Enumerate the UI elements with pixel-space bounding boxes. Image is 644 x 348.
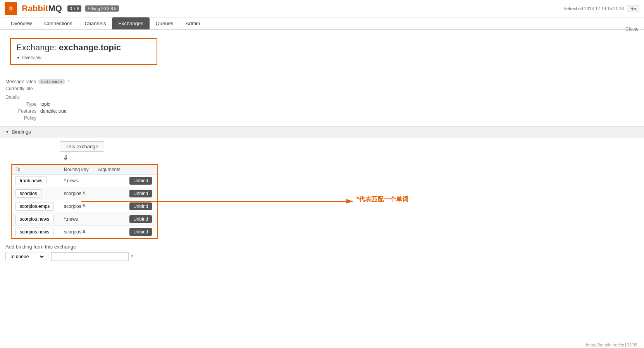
details-section: Details Type topic Features durable: tru…	[5, 94, 639, 121]
binding-action-cell: Unbind	[126, 200, 157, 213]
binding-action-cell: Unbind	[126, 187, 157, 200]
table-row: scorpios.newsscorpios.#Unbind	[12, 226, 157, 238]
binding-routing-key-cell: *.news	[60, 175, 94, 187]
main-content: Exchange: exchange.topic ▼ Overview Mess…	[0, 30, 644, 265]
currently-idle: Currently idle	[5, 86, 639, 91]
annotation-text: *代表匹配一个单词	[356, 195, 408, 204]
type-row: Type topic	[5, 101, 639, 107]
binding-action-cell: Unbind	[126, 226, 157, 238]
cluster-label: Cluste	[625, 26, 639, 32]
last-minute-badge[interactable]: last minute	[38, 79, 65, 84]
table-row: scorpiosscorpios.#Unbind	[12, 187, 157, 200]
bindings-table: To Routing key Arguments frank.news*.new…	[12, 165, 157, 238]
details-label: Details	[5, 94, 639, 100]
table-row: scorpios.empsscorpios.#Unbind	[12, 200, 157, 213]
nav-exchanges[interactable]: Exchanges	[112, 17, 149, 29]
exchange-name: exchange.topic	[59, 43, 121, 52]
nav-overview[interactable]: Overview	[5, 17, 38, 29]
binding-routing-key-cell: *.news	[60, 213, 94, 226]
col-to: To	[12, 165, 60, 175]
queue-name-button[interactable]: scorpios.news	[15, 228, 53, 236]
binding-routing-key-cell: scorpios.#	[60, 200, 94, 213]
binding-arguments-cell	[94, 200, 126, 213]
exchange-title-box: Exchange: exchange.topic ▼ Overview	[10, 38, 157, 65]
overview-toggle[interactable]: ▼ Overview	[16, 55, 151, 60]
down-arrow-icon: ⇓	[63, 153, 639, 162]
bindings-content: This exchange ⇓ To Routing key	[0, 137, 644, 240]
binding-action-cell: Unbind	[126, 213, 157, 226]
bindings-section-header[interactable]: ▼ Bindings	[0, 126, 644, 137]
queue-name-button[interactable]: frank.news	[15, 177, 46, 185]
logo-icon: h	[5, 2, 17, 15]
app-name: RabbitMQ.	[22, 3, 64, 14]
binding-routing-key-cell: scorpios.#	[60, 226, 94, 238]
queue-name-button[interactable]: scorpios.news	[15, 215, 53, 223]
add-binding-title: Add binding from this exchange	[5, 244, 639, 250]
binding-to-cell: scorpios	[12, 187, 60, 200]
binding-arguments-cell	[94, 187, 126, 200]
unbind-button[interactable]: Unbind	[129, 228, 152, 236]
bindings-table-wrapper: To Routing key Arguments frank.news*.new…	[11, 164, 158, 239]
queue-name-button[interactable]: scorpios	[15, 189, 41, 198]
nav-admin[interactable]: Admin	[179, 17, 206, 29]
type-value: topic	[40, 101, 50, 107]
binding-to-cell: scorpios.news	[12, 226, 60, 238]
top-right: Refreshed 2018-12-14 15:21:28 Re	[563, 5, 639, 12]
main-nav: Overview Connections Channels Exchanges …	[0, 17, 644, 30]
nav-connections[interactable]: Connections	[38, 17, 78, 29]
binding-to-cell: scorpios.emps	[12, 200, 60, 213]
queue-name-button[interactable]: scorpios.emps	[15, 202, 54, 211]
top-bar: h RabbitMQ. 3.7.8 Erlang 20.3.8.5 Refres…	[0, 0, 644, 17]
features-row: Features durable: true	[5, 108, 639, 114]
binding-arguments-cell	[94, 175, 126, 187]
question-mark-icon[interactable]: ?	[67, 79, 70, 84]
col-arguments: Arguments	[94, 165, 126, 175]
refresh-button[interactable]: Re	[627, 5, 639, 12]
add-binding-section: Add binding from this exchange To queue …	[0, 240, 644, 265]
required-asterisk: *	[131, 254, 133, 260]
binding-action-cell: Unbind	[126, 175, 157, 187]
to-queue-select[interactable]: To queue To exchange	[5, 252, 45, 261]
triangle-icon: ▼	[16, 56, 20, 60]
col-action	[126, 165, 157, 175]
refreshed-label: Refreshed 2018-12-14 15:21:28	[563, 6, 624, 11]
message-rates-row: Message rates last minute ?	[5, 79, 639, 84]
erlang-badge: Erlang 20.3.8.5	[85, 5, 119, 12]
unbind-button[interactable]: Unbind	[129, 190, 152, 197]
unbind-button[interactable]: Unbind	[129, 177, 152, 185]
nav-channels[interactable]: Channels	[78, 17, 112, 29]
features-value: durable: true	[40, 108, 66, 114]
exchange-title: Exchange: exchange.topic	[16, 43, 151, 53]
bindings-label: Bindings	[12, 129, 31, 135]
binding-routing-key-cell: scorpios.#	[60, 187, 94, 200]
table-row: scorpios.news*.newsUnbind	[12, 213, 157, 226]
logo-area: h RabbitMQ. 3.7.8 Erlang 20.3.8.5	[5, 2, 119, 15]
binding-to-cell: scorpios.news	[12, 213, 60, 226]
policy-row: Policy	[5, 115, 639, 121]
overview-content: Message rates last minute ? Currently id…	[0, 73, 644, 126]
col-routing-key: Routing key	[60, 165, 94, 175]
bindings-triangle-icon: ▼	[5, 130, 9, 134]
table-row: frank.news*.newsUnbind	[12, 175, 157, 187]
binding-arguments-cell	[94, 213, 126, 226]
nav-queues[interactable]: Queues	[150, 17, 180, 29]
binding-arguments-cell	[94, 226, 126, 238]
this-exchange-button[interactable]: This exchange	[60, 141, 104, 152]
to-queue-input[interactable]	[51, 252, 129, 261]
version-badge: 3.7.8	[67, 5, 81, 12]
unbind-button[interactable]: Unbind	[129, 202, 152, 210]
add-binding-row: To queue To exchange : *	[5, 252, 639, 261]
unbind-button[interactable]: Unbind	[129, 215, 152, 223]
binding-to-cell: frank.news	[12, 175, 60, 187]
